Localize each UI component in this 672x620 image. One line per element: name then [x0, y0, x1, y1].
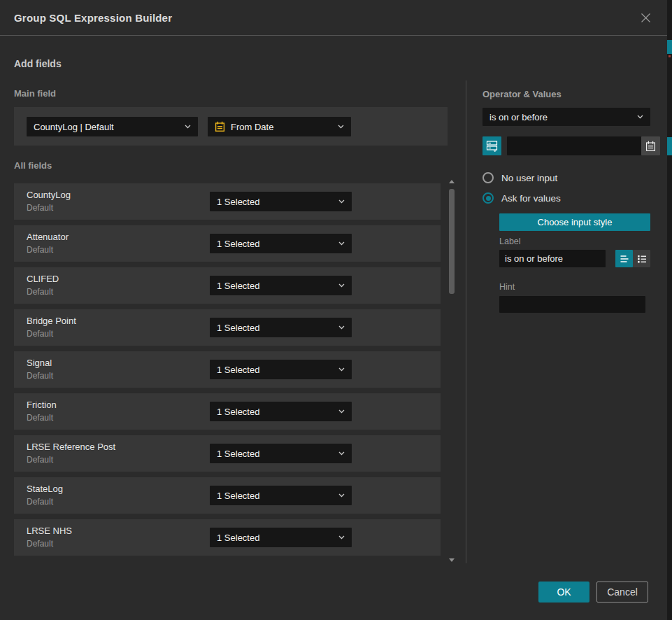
operator-values-heading: Operator & Values [482, 89, 562, 99]
calendar-date-icon [215, 121, 225, 132]
field-subtitle: Default [27, 455, 53, 465]
backdrop-accent-mark [667, 40, 672, 54]
field-values-select-value: 1 Selected [217, 365, 259, 375]
group-sql-expression-builder-dialog: Group SQL Expression Builder Add fields … [0, 0, 672, 620]
field-values-select-value: 1 Selected [217, 197, 259, 207]
chevron-down-icon [338, 451, 345, 456]
backdrop-edge [667, 0, 672, 620]
field-row: StateLog Default 1 Selected [14, 477, 441, 514]
label-input[interactable] [499, 250, 606, 267]
field-name: CountyLog [27, 190, 71, 200]
chevron-down-icon [338, 325, 345, 330]
radio-label: Ask for values [501, 193, 561, 204]
field-name: Attenuator [27, 232, 69, 242]
scroll-down-icon[interactable] [449, 558, 455, 562]
field-values-select[interactable]: 1 Selected [210, 360, 352, 379]
bulleted-list-icon [636, 253, 648, 265]
radio-circle-icon [482, 172, 494, 183]
all-fields-heading: All fields [14, 160, 52, 171]
field-row: Bridge Point Default 1 Selected [14, 309, 441, 346]
field-name: Signal [27, 358, 52, 368]
field-row: Attenuator Default 1 Selected [14, 225, 441, 262]
field-name: Bridge Point [27, 316, 76, 326]
field-values-select[interactable]: 1 Selected [210, 276, 352, 295]
fields-scrollbar[interactable] [448, 178, 455, 563]
field-values-select[interactable]: 1 Selected [210, 444, 352, 463]
chevron-down-icon [185, 125, 191, 129]
all-fields-list: CountyLog Default 1 Selected Attenuator … [14, 183, 441, 561]
main-field-card: CountyLog | Default From Date [14, 107, 448, 146]
chevron-down-icon [338, 283, 345, 288]
field-subtitle: Default [27, 329, 53, 339]
field-values-select-value: 1 Selected [217, 323, 259, 333]
scrollbar-thumb[interactable] [449, 189, 455, 294]
field-values-select-value: 1 Selected [217, 449, 259, 459]
field-values-select[interactable]: 1 Selected [210, 192, 352, 211]
field-subtitle: Default [27, 371, 53, 381]
field-values-select[interactable]: 1 Selected [210, 318, 352, 337]
value-input[interactable] [507, 136, 641, 155]
field-name: LRSE NHS [27, 526, 72, 536]
backdrop-accent-mark [667, 137, 672, 155]
main-field-field-select[interactable]: From Date [208, 117, 351, 136]
stacked-inputs-icon [486, 140, 498, 152]
field-subtitle: Default [27, 413, 53, 423]
label-input-row [499, 250, 650, 267]
chevron-down-icon [338, 199, 345, 204]
calendar-icon [645, 141, 656, 152]
radio-label: No user input [501, 173, 557, 183]
field-name: CLIFED [27, 274, 59, 284]
main-field-heading: Main field [14, 88, 56, 99]
backdrop-speck [669, 55, 671, 57]
align-left-button[interactable] [615, 250, 633, 267]
field-row: LRSE NHS Default 1 Selected [14, 519, 441, 556]
field-values-select[interactable]: 1 Selected [210, 486, 352, 505]
cancel-button[interactable]: Cancel [596, 582, 648, 603]
main-field-layer-select[interactable]: CountyLog | Default [27, 117, 198, 136]
main-field-layer-select-value: CountyLog | Default [34, 122, 114, 132]
value-input-row [482, 136, 650, 155]
field-values-select[interactable]: 1 Selected [210, 528, 352, 547]
value-input-wrap [507, 136, 660, 155]
radio-no-user-input[interactable]: No user input [482, 172, 557, 183]
dialog-title: Group SQL Expression Builder [14, 12, 172, 24]
ask-for-values-section: Choose input style Label [499, 213, 650, 313]
field-subtitle: Default [27, 287, 53, 297]
close-button[interactable] [637, 9, 655, 27]
field-values-select-value: 1 Selected [217, 491, 259, 501]
scroll-up-icon[interactable] [449, 180, 455, 183]
field-values-select[interactable]: 1 Selected [210, 234, 352, 253]
field-subtitle: Default [27, 539, 53, 549]
main-field-field-select-value: From Date [231, 122, 273, 132]
list-view-button[interactable] [633, 250, 650, 267]
date-picker-button[interactable] [641, 136, 660, 155]
chevron-down-icon [338, 409, 345, 414]
field-row: CLIFED Default 1 Selected [14, 267, 441, 304]
hint-field-label: Hint [499, 282, 650, 292]
close-icon [640, 12, 652, 24]
field-row: Signal Default 1 Selected [14, 351, 441, 388]
ok-button[interactable]: OK [538, 582, 589, 603]
dialog-header: Group SQL Expression Builder [0, 0, 667, 36]
input-type-button[interactable] [482, 136, 501, 155]
add-fields-heading: Add fields [14, 58, 62, 69]
label-field-label: Label [499, 237, 650, 246]
operator-select[interactable]: is on or before [482, 108, 650, 126]
hint-input[interactable] [499, 296, 645, 313]
field-row: LRSE Reference Post Default 1 Selected [14, 435, 441, 472]
label-style-toggle-group [615, 250, 650, 267]
chevron-down-icon [338, 125, 344, 129]
field-row: CountyLog Default 1 Selected [14, 183, 441, 220]
chevron-down-icon [338, 535, 345, 540]
chevron-down-icon [338, 493, 345, 498]
field-values-select-value: 1 Selected [217, 281, 259, 291]
radio-circle-selected-icon [482, 192, 494, 204]
field-name: StateLog [27, 484, 63, 494]
radio-ask-for-values[interactable]: Ask for values [482, 192, 561, 204]
choose-input-style-button[interactable]: Choose input style [499, 213, 650, 231]
field-subtitle: Default [27, 245, 53, 255]
field-values-select-value: 1 Selected [217, 239, 259, 249]
field-values-select-value: 1 Selected [217, 407, 259, 417]
field-values-select[interactable]: 1 Selected [210, 402, 352, 421]
field-values-select-value: 1 Selected [217, 533, 259, 543]
